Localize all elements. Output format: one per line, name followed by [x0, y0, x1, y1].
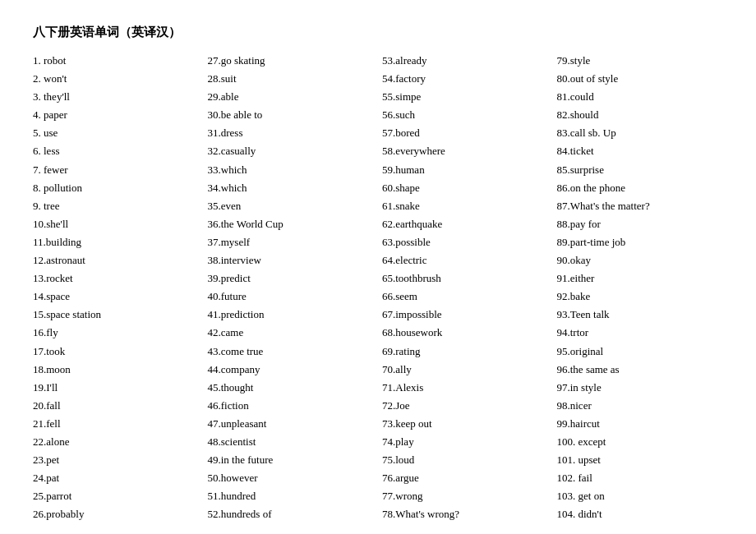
vocab-item: 9. tree: [33, 197, 200, 215]
vocab-item: 27.go skating: [208, 52, 375, 70]
vocab-item: 43.come true: [208, 343, 375, 361]
vocab-item: 42.came: [208, 324, 375, 342]
vocab-item: 39.predict: [208, 269, 375, 288]
vocab-item: 3. they'll: [33, 88, 200, 106]
vocab-item: 94.trtor: [557, 324, 724, 342]
vocab-item: 88.pay for: [557, 215, 724, 233]
vocab-item: 20.fall: [33, 397, 200, 415]
vocab-item: 26.probably: [33, 505, 200, 523]
vocab-item: 40.future: [208, 288, 375, 306]
vocab-item: 55.simpe: [382, 88, 549, 106]
vocab-item: 19.I'll: [33, 379, 200, 397]
vocab-item: 25.parrot: [33, 487, 200, 505]
vocab-item: 44.company: [208, 361, 375, 379]
vocab-item: 84.ticket: [557, 142, 724, 160]
vocab-item: 78.What's wrong?: [382, 505, 549, 523]
vocab-item: 2. won't: [33, 70, 200, 88]
vocab-item: 102. fail: [557, 469, 724, 487]
vocab-item: 60.shape: [382, 179, 549, 197]
vocab-item: 15.space station: [33, 306, 200, 324]
vocab-item: 70.ally: [382, 361, 549, 379]
vocab-item: 73.keep out: [382, 415, 549, 433]
vocab-item: 103. get on: [557, 487, 724, 505]
vocab-column-1: 1. robot2. won't3. they'll4. paper5. use…: [33, 52, 200, 523]
vocab-item: 4. paper: [33, 106, 200, 124]
vocab-item: 54.factory: [382, 70, 549, 88]
vocab-item: 58.everywhere: [382, 142, 549, 160]
vocab-item: 13.rocket: [33, 269, 200, 288]
vocab-item: 24.pat: [33, 469, 200, 487]
vocab-item: 53.already: [382, 52, 549, 70]
vocab-item: 83.call sb. Up: [557, 124, 724, 142]
vocab-item: 38.interview: [208, 251, 375, 269]
vocab-item: 87.What's the matter?: [557, 197, 724, 215]
vocab-item: 86.on the phone: [557, 179, 724, 197]
vocab-item: 10.she'll: [33, 215, 200, 233]
vocab-item: 101. upset: [557, 451, 724, 469]
vocab-item: 81.could: [557, 88, 724, 106]
vocab-item: 34.which: [208, 179, 375, 197]
vocab-item: 45.thought: [208, 379, 375, 397]
vocab-item: 57.bored: [382, 124, 549, 142]
vocab-item: 95.original: [557, 343, 724, 361]
vocab-item: 92.bake: [557, 288, 724, 306]
vocab-item: 64.electric: [382, 251, 549, 269]
vocab-item: 80.out of style: [557, 70, 724, 88]
vocab-item: 75.loud: [382, 451, 549, 469]
vocab-item: 46.fiction: [208, 397, 375, 415]
vocab-item: 18.moon: [33, 361, 200, 379]
vocab-item: 30.be able to: [208, 106, 375, 124]
vocab-item: 91.either: [557, 269, 724, 288]
vocab-item: 7. fewer: [33, 161, 200, 179]
vocab-item: 77.wrong: [382, 487, 549, 505]
vocab-item: 66.seem: [382, 288, 549, 306]
vocab-item: 71.Alexis: [382, 379, 549, 397]
vocab-item: 79.style: [557, 52, 724, 70]
vocab-item: 29.able: [208, 88, 375, 106]
vocab-item: 17.took: [33, 343, 200, 361]
vocab-item: 98.nicer: [557, 397, 724, 415]
vocab-column-4: 79.style80.out of style81.could82.should…: [557, 52, 724, 523]
vocab-item: 8. pollution: [33, 179, 200, 197]
vocab-item: 97.in style: [557, 379, 724, 397]
vocab-item: 96.the same as: [557, 361, 724, 379]
vocab-item: 52.hundreds of: [208, 505, 375, 523]
vocab-item: 28.suit: [208, 70, 375, 88]
vocab-item: 100. except: [557, 433, 724, 451]
vocab-item: 69.rating: [382, 343, 549, 361]
vocab-item: 59.human: [382, 161, 549, 179]
vocab-item: 62.earthquake: [382, 215, 549, 233]
page-title: 八下册英语单词（英译汉）: [33, 25, 723, 40]
vocab-item: 93.Teen talk: [557, 306, 724, 324]
vocab-item: 104. didn't: [557, 505, 724, 523]
vocab-item: 14.space: [33, 288, 200, 306]
vocab-item: 22.alone: [33, 433, 200, 451]
vocab-item: 85.surprise: [557, 161, 724, 179]
vocab-item: 56.such: [382, 106, 549, 124]
vocab-item: 32.casually: [208, 142, 375, 160]
vocab-item: 67.impossible: [382, 306, 549, 324]
vocab-item: 90.okay: [557, 251, 724, 269]
vocab-item: 61.snake: [382, 197, 549, 215]
vocab-item: 99.haircut: [557, 415, 724, 433]
vocab-item: 23.pet: [33, 451, 200, 469]
vocab-column-3: 53.already54.factory55.simpe56.such57.bo…: [382, 52, 549, 523]
vocab-item: 63.possible: [382, 233, 549, 251]
vocab-item: 49.in the future: [208, 451, 375, 469]
vocab-item: 47.unpleasant: [208, 415, 375, 433]
vocab-item: 5. use: [33, 124, 200, 142]
vocab-item: 74.play: [382, 433, 549, 451]
vocab-item: 41.prediction: [208, 306, 375, 324]
vocab-item: 12.astronaut: [33, 251, 200, 269]
vocab-column-2: 27.go skating28.suit29.able30.be able to…: [208, 52, 375, 523]
vocab-item: 65.toothbrush: [382, 269, 549, 288]
vocab-item: 72.Joe: [382, 397, 549, 415]
vocab-item: 82.should: [557, 106, 724, 124]
vocab-item: 21.fell: [33, 415, 200, 433]
vocab-item: 36.the World Cup: [208, 215, 375, 233]
vocab-item: 35.even: [208, 197, 375, 215]
vocab-item: 11.building: [33, 233, 200, 251]
vocab-item: 89.part-time job: [557, 233, 724, 251]
vocab-item: 76.argue: [382, 469, 549, 487]
vocab-item: 1. robot: [33, 52, 200, 70]
